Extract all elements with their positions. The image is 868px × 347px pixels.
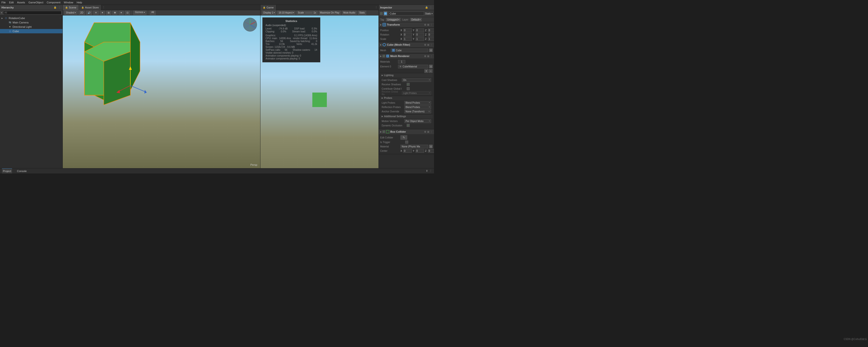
hierarchy-search-input[interactable] — [3, 11, 62, 15]
hierarchy-lock-icon[interactable]: 🔒 — [53, 6, 57, 9]
mat-add-btn[interactable]: + — [424, 69, 428, 73]
hierarchy-item-main-camera[interactable]: ▶ 📷 Main Camera — [0, 20, 63, 25]
box-collider-settings-icon[interactable]: ⚙ — [424, 131, 426, 133]
gizmos-dropdown[interactable]: Gizmos ▾ — [133, 11, 147, 15]
maximize-btn[interactable]: Maximize On Play — [319, 11, 341, 15]
box-collider-more-icon[interactable]: ⋮ — [430, 131, 433, 133]
menu-edit[interactable]: Edit — [9, 1, 14, 4]
lighting-btn[interactable]: ☀ — [93, 11, 99, 15]
motion-vectors-dropdown[interactable]: Per Object Motio ▾ — [404, 119, 431, 123]
scene-gizmo[interactable]: X Y Z — [243, 18, 257, 32]
transform-layout-icon[interactable]: ⊞ — [427, 24, 429, 26]
receive-gi-dropdown[interactable]: Light Probes ▾ — [402, 91, 431, 95]
inspector-lock-icon[interactable]: 🔒 — [425, 6, 428, 9]
scene-btn1[interactable]: ✚ — [112, 11, 118, 15]
shaded-dropdown[interactable]: Shaded ▾ — [64, 11, 78, 15]
scale-control[interactable]: Scale 1x — [297, 11, 318, 15]
mute-btn[interactable]: Mute Audio — [342, 11, 357, 15]
center-z-input[interactable] — [428, 149, 434, 153]
box-collider-layout-icon[interactable]: ⊞ — [427, 131, 429, 133]
rotation-y-input[interactable] — [416, 33, 424, 36]
tab-game[interactable]: 🔒 Game — [260, 5, 276, 10]
bottom-tab-console[interactable]: Console — [16, 168, 28, 174]
mesh-filter-more-icon[interactable]: ⋮ — [430, 44, 433, 46]
mat-select-btn[interactable]: ◎ — [429, 65, 433, 68]
box-collider-header[interactable]: ▶ ✓ Box Collider ⚙ ⊞ ⋮ — [379, 129, 434, 134]
scene-viewport[interactable]: X Y Z Persp — [63, 16, 260, 168]
contribute-gi-checkbox[interactable] — [407, 87, 410, 90]
box-collider-checkbox[interactable]: ✓ — [382, 131, 385, 133]
fx-btn[interactable]: ✦ — [100, 11, 105, 15]
materials-count-input[interactable] — [398, 60, 405, 63]
transform-more-icon[interactable]: ⋮ — [430, 24, 433, 26]
hierarchy-item-rotation-cube[interactable]: ▶ ⬡ RotationCube ⋮ — [0, 16, 63, 20]
2d-toggle[interactable]: 2D — [79, 11, 85, 15]
menu-window[interactable]: Window — [64, 1, 73, 4]
bottom-expand-icon[interactable]: ⬆ — [426, 169, 428, 173]
material-select-btn[interactable]: ◎ — [429, 145, 433, 148]
lighting-subsection-header[interactable]: ▶ Lighting — [380, 73, 433, 77]
mesh-renderer-header[interactable]: ▶ ✓ Mesh Renderer ⚙ ⊞ ⋮ — [379, 54, 434, 58]
cast-shadows-dropdown[interactable]: On ▾ — [402, 78, 431, 82]
tab-asset-store[interactable]: 🔒 Asset Store — [79, 5, 101, 10]
transform-header[interactable]: ▶ Transform ⚙ ⊞ ⋮ — [379, 22, 434, 27]
rotation-cube-menu[interactable]: ⋮ — [59, 17, 62, 20]
mesh-filter-layout-icon[interactable]: ⊞ — [427, 44, 429, 46]
position-z-input[interactable] — [428, 29, 434, 32]
hierarchy-dropdown-arrow[interactable]: ▾ — [1, 11, 2, 14]
hierarchy-item-cube[interactable]: ▶ ◻ Cube — [0, 29, 63, 33]
mesh-renderer-checkbox[interactable]: ✓ — [382, 55, 385, 57]
center-y-input[interactable] — [416, 149, 424, 153]
mat-remove-btn[interactable]: − — [429, 69, 433, 73]
bottom-more-icon[interactable]: ⋮ — [429, 169, 432, 173]
light-probes-dropdown[interactable]: Blend Probes ▾ — [404, 101, 431, 105]
scale-y-input[interactable] — [416, 37, 424, 41]
mesh-renderer-layout-icon[interactable]: ⊞ — [427, 55, 429, 58]
all-dropdown[interactable]: All — [150, 11, 156, 15]
menu-component[interactable]: Component — [46, 1, 60, 4]
edit-collider-btn[interactable]: ✎ — [400, 135, 407, 140]
hierarchy-more-icon[interactable]: ⋮ — [58, 6, 61, 9]
rotation-z-input[interactable] — [428, 33, 434, 36]
additional-settings-header[interactable]: ▶ Additional Settings — [380, 114, 433, 118]
hierarchy-item-directional-light[interactable]: ▶ ☀ Directional Light — [0, 25, 63, 29]
center-x-input[interactable] — [403, 149, 412, 153]
menu-assets[interactable]: Assets — [17, 1, 25, 4]
scale-x-input[interactable] — [403, 37, 412, 41]
mesh-filter-settings-icon[interactable]: ⚙ — [424, 44, 426, 46]
bottom-tab-project[interactable]: Project — [2, 168, 12, 174]
receive-shadows-checkbox[interactable]: ✓ — [407, 83, 410, 86]
audio-btn[interactable]: 🔊 — [86, 11, 92, 15]
tab-scene[interactable]: 🔒 Scene — [63, 5, 79, 10]
probes-subsection-header[interactable]: ▶ Probes — [380, 96, 433, 100]
mesh-renderer-settings-icon[interactable]: ⚙ — [424, 55, 426, 58]
inspector-more-icon[interactable]: ⋮ — [429, 6, 433, 9]
menu-file[interactable]: File — [1, 1, 6, 4]
layer-dropdown[interactable]: Default ▾ — [410, 18, 422, 21]
aspect-dropdown[interactable]: 16:10 Aspect ▾ — [277, 11, 296, 15]
mesh-select-btn[interactable]: ◎ — [429, 49, 433, 52]
rotation-x-input[interactable] — [403, 33, 412, 36]
stats-btn[interactable]: Stats — [358, 11, 366, 15]
scene-btn3[interactable]: ⊡ — [125, 11, 130, 15]
mesh-filter-header[interactable]: ▶ Cube (Mesh Filter) ⚙ ⊞ ⋮ — [379, 42, 434, 47]
reflection-probes-dropdown[interactable]: Blend Probes ▾ — [404, 105, 431, 109]
game-tab-more[interactable]: ⋮ — [374, 6, 378, 9]
scale-z-input[interactable] — [428, 37, 434, 41]
scene-tabs-more[interactable]: ⋮ — [101, 6, 106, 9]
object-active-checkbox[interactable]: ✓ — [380, 12, 382, 15]
mesh-renderer-more-icon[interactable]: ⋮ — [430, 55, 433, 58]
object-name-input[interactable] — [389, 11, 424, 16]
position-y-input[interactable] — [416, 29, 424, 32]
display-dropdown[interactable]: Display 1 ▾ — [262, 11, 276, 15]
scene-btn2[interactable]: ✦ — [119, 11, 124, 15]
anchor-override-dropdown[interactable]: None (Transform) ◎ — [404, 110, 431, 113]
dynamic-occlusion-checkbox[interactable]: ✓ — [407, 124, 410, 127]
menu-help[interactable]: Help — [76, 1, 82, 4]
is-trigger-checkbox[interactable] — [405, 141, 408, 144]
menu-gameobject[interactable]: GameObject — [29, 1, 43, 4]
scale-slider[interactable] — [305, 12, 312, 13]
scene-btn0[interactable]: ⊞ — [106, 11, 111, 15]
transform-settings-icon[interactable]: ⚙ — [424, 24, 426, 26]
tag-dropdown[interactable]: Untagged ▾ — [386, 18, 400, 21]
